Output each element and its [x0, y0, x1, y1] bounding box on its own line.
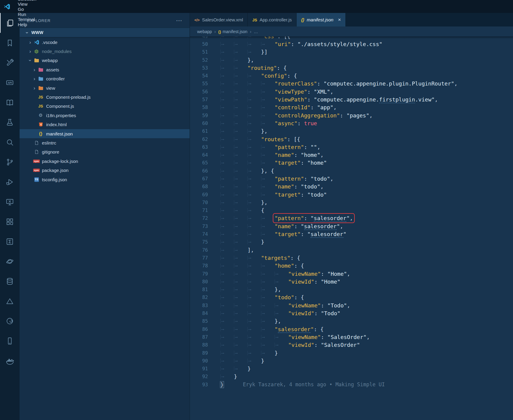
indent-guide: ⟶: [220, 145, 234, 149]
tree-item-manifest-json[interactable]: {}manifest.json: [20, 129, 190, 138]
search-icon[interactable]: [0, 132, 20, 152]
code-line-57: 57⟶⟶⟶⟶"viewPath": "computec.appengine.fi…: [190, 95, 513, 103]
chevron-down-icon[interactable]: ›: [28, 58, 33, 63]
more-actions-icon[interactable]: ⋯: [176, 17, 182, 24]
line-number: 90: [190, 358, 208, 364]
tree-item-index-html[interactable]: 5index.html: [20, 120, 190, 129]
line-number: 82: [190, 294, 208, 300]
indent-guide: ⟶: [234, 263, 247, 268]
triangle-icon[interactable]: [0, 291, 20, 311]
indent-guide: ⟶: [247, 50, 261, 54]
breadcrumb-item[interactable]: webapp: [197, 29, 212, 34]
chevron-right-icon[interactable]: ›: [32, 67, 37, 72]
tree-item-assets[interactable]: ›assets: [20, 65, 190, 74]
close-icon[interactable]: ×: [338, 17, 341, 23]
indent-guide: ⟶: [247, 279, 261, 284]
menu-view[interactable]: View: [14, 2, 40, 7]
sigma-icon[interactable]: [0, 232, 20, 251]
workspace-name: WWW: [31, 30, 43, 35]
indent-guide: ⟶: [247, 184, 261, 189]
indent-guide: ⟶: [234, 73, 247, 78]
git-branch-icon[interactable]: [0, 152, 20, 172]
npm-icon: npm: [33, 167, 39, 173]
breadcrumb-item[interactable]: {}manifest.json: [218, 29, 247, 34]
bookmark-icon[interactable]: [0, 33, 20, 53]
menu-help[interactable]: Help: [14, 22, 40, 27]
tree-item-label: Component-preload.js: [46, 95, 91, 100]
tree-item-gitignore[interactable]: gitignore: [20, 148, 190, 157]
api-icon[interactable]: API: [0, 73, 20, 92]
phone-icon[interactable]: [0, 331, 20, 351]
tree-item-eslintrc[interactable]: eslintrc: [20, 138, 190, 147]
chevron-right-icon[interactable]: ›: [32, 76, 37, 81]
indent-guide: ⟶: [234, 208, 247, 213]
code-line-66: 66⟶⟶⟶}, {: [190, 167, 513, 175]
indent-guide: ⟶: [247, 200, 261, 205]
database-icon[interactable]: [0, 271, 20, 291]
tree-item-i18n-properties[interactable]: ⚙i18n.properties: [20, 111, 190, 120]
planet-icon[interactable]: [0, 251, 20, 271]
line-number: 74: [190, 231, 208, 237]
indent-guide: ⟶: [247, 81, 261, 86]
indent-guide: ⟶: [220, 160, 234, 165]
indent-guide: ⟶: [220, 343, 234, 347]
line-number: 85: [190, 318, 208, 324]
tree-item-component-preload-js[interactable]: JSComponent-preload.js: [20, 92, 190, 101]
tree-item-webapp[interactable]: ›webapp: [20, 56, 190, 65]
tree-item-label: .vscode: [42, 40, 58, 45]
chevron-right-icon[interactable]: ›: [27, 49, 33, 54]
workspace-header[interactable]: › WWW: [20, 28, 190, 37]
tree-item-tsconfig-json[interactable]: TStsconfig.json: [20, 175, 190, 184]
chevron-right-icon[interactable]: ›: [27, 40, 33, 45]
indent-guide: ⟶: [247, 343, 261, 347]
extensions-icon[interactable]: [0, 212, 20, 232]
tree-item-view[interactable]: ›view: [20, 83, 190, 92]
chevron-right-icon[interactable]: ›: [32, 86, 37, 91]
flask-icon[interactable]: [0, 112, 20, 132]
indent-guide: ⟶: [234, 216, 247, 220]
indent-guide: ⟶: [220, 192, 234, 197]
debug-icon[interactable]: [0, 172, 20, 192]
swirl-icon[interactable]: [0, 311, 20, 331]
monitor-icon[interactable]: [0, 192, 20, 212]
menu-terminal[interactable]: Terminal: [14, 17, 40, 22]
menu-go[interactable]: Go: [14, 7, 40, 12]
code-line-81: 81⟶⟶⟶⟶},: [190, 286, 513, 294]
line-number: 51: [190, 49, 208, 55]
code-editor[interactable]: 49⟶⟶⟶"css": [{50⟶⟶⟶⟶"uri": "./assets/sty…: [190, 36, 513, 420]
code-line-60: 60⟶⟶⟶⟶"async": true: [190, 119, 513, 127]
tree-item-label: view: [46, 86, 55, 91]
tree-item--vscode[interactable]: ›.vscode: [20, 38, 190, 47]
tab-app-controller-js[interactable]: JSApp.controller.js: [248, 13, 297, 26]
tree-item-controller[interactable]: ›controller: [20, 74, 190, 83]
line-number: 49: [190, 36, 208, 39]
code-line-67: 67⟶⟶⟶⟶"pattern": "todo",: [190, 175, 513, 182]
tools-icon[interactable]: [0, 53, 20, 73]
indent-guide: ⟶: [247, 89, 261, 94]
indent-guide: ⟶: [261, 184, 275, 189]
indent-guide: ⟶: [247, 224, 261, 229]
indent-guide: ⟶: [261, 311, 275, 316]
tab-salesorder-view-xml[interactable]: </>SalesOrder.view.xml: [190, 13, 248, 26]
line-number: 92: [190, 374, 208, 379]
indent-guide: ⟶: [220, 97, 234, 102]
tree-item-package-lock-json[interactable]: npmpackage-lock.json: [20, 157, 190, 166]
docker-icon[interactable]: [0, 351, 20, 371]
indent-guide: ⟶: [261, 343, 275, 347]
tab-manifest-json[interactable]: {}manifest.json×: [297, 13, 346, 26]
menu-selection[interactable]: Selection: [14, 0, 40, 2]
tree-item-label: index.html: [46, 122, 67, 127]
tab-bar: </>SalesOrder.view.xmlJSApp.controller.j…: [190, 13, 513, 26]
chevron-down-icon: ›: [25, 30, 30, 35]
indent-guide: ⟶: [234, 359, 247, 363]
book-icon[interactable]: [0, 92, 20, 112]
indent-guide: ⟶: [234, 42, 247, 46]
indent-guide: ⟶: [234, 232, 247, 236]
tree-item-package-json[interactable]: npmpackage.json: [20, 166, 190, 175]
menu-run[interactable]: Run: [14, 12, 40, 17]
breadcrumb-item[interactable]: …: [254, 29, 258, 34]
indent-guide: ⟶: [234, 97, 247, 102]
tree-item-node-modules[interactable]: ›node_modules: [20, 47, 190, 56]
code-line-59: 59⟶⟶⟶⟶"controlAggregation": "pages",: [190, 111, 513, 119]
tree-item-component-js[interactable]: JSComponent.js: [20, 102, 190, 111]
